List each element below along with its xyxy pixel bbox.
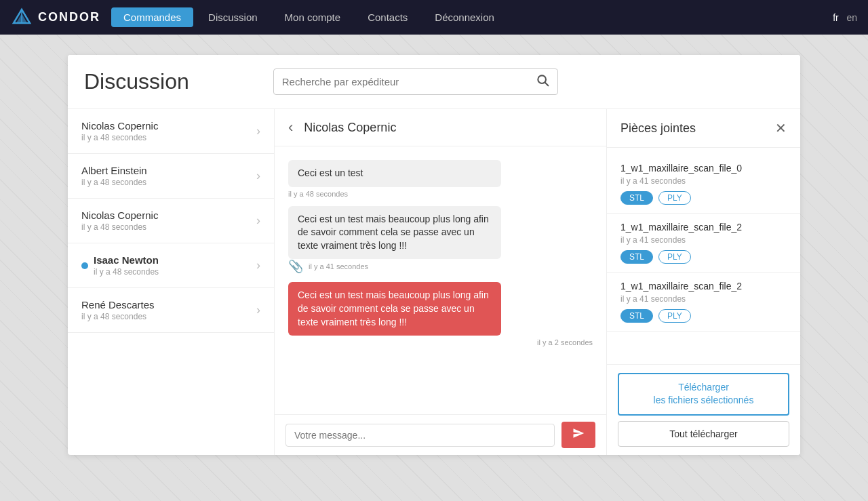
attachment-time-item-2: il y a 41 secondes: [620, 235, 787, 245]
message-1: Ceci est un test il y a 48 secondes: [288, 160, 593, 198]
attachment-btns-1: STL PLY: [620, 191, 787, 205]
send-icon: [572, 427, 585, 439]
contact-info-3: Nicolas Copernic il y a 48 secondes: [81, 209, 256, 232]
contact-time-4: il y a 48 secondes: [94, 267, 256, 277]
attachment-btns-2: STL PLY: [620, 250, 787, 264]
message-bubble-1: Ceci est un test: [288, 160, 501, 187]
message-attachment-2: 📎 il y a 41 secondes: [288, 259, 593, 274]
contact-name-5: René Descartes: [81, 299, 256, 310]
attachment-time-2: il y a 41 secondes: [309, 262, 368, 270]
discussion-header: Discussion: [68, 55, 800, 109]
ply-badge-1[interactable]: PLY: [658, 191, 691, 205]
discussion-container: Discussion Nicolas Copernic il y a: [68, 55, 800, 455]
nav-discussion[interactable]: Discussion: [196, 7, 270, 27]
message-time-3: il y a 2 secondes: [288, 338, 593, 346]
message-bubble-2: Ceci est un test mais beaucoup plus long…: [288, 206, 501, 260]
message-time-1: il y a 48 secondes: [288, 190, 593, 198]
language-switcher: fr en: [833, 12, 857, 23]
chat-footer: [275, 414, 606, 455]
attachments-header: Pièces jointes ✕: [607, 109, 800, 148]
message-bubble-3: Ceci est un test mais beaucoup plus long…: [288, 282, 501, 336]
svg-line-4: [545, 83, 548, 86]
chat-panel: ‹ Nicolas Copernic Ceci est un test il y…: [275, 109, 607, 455]
discussion-body: Nicolas Copernic il y a 48 secondes › Al…: [68, 109, 800, 455]
contact-time-5: il y a 48 secondes: [81, 312, 256, 321]
attachment-name-1: 1_w1_maxillaire_scan_file_0: [620, 163, 787, 174]
attachment-btns-3: STL PLY: [620, 309, 787, 323]
search-input[interactable]: [282, 76, 536, 87]
nav-contacts[interactable]: Contacts: [355, 7, 420, 27]
chat-contact-name: Nicolas Copernic: [304, 121, 396, 135]
paperclip-icon: 📎: [288, 259, 303, 274]
contact-name-1: Nicolas Copernic: [81, 120, 256, 132]
brand-name: CONDOR: [38, 10, 100, 24]
ply-badge-2[interactable]: PLY: [658, 250, 691, 264]
chat-header: ‹ Nicolas Copernic: [275, 109, 606, 146]
nav-commandes[interactable]: Commandes: [111, 7, 193, 27]
attachment-item-3: 1_w1_maxillaire_scan_file_2 il y a 41 se…: [607, 273, 800, 332]
contact-info-1: Nicolas Copernic il y a 48 secondes: [81, 120, 256, 142]
attachments-close-button[interactable]: ✕: [775, 120, 787, 136]
attachment-name-3: 1_w1_maxillaire_scan_file_2: [620, 281, 787, 292]
chevron-right-icon-3: ›: [256, 214, 260, 228]
attachment-time-item-1: il y a 41 secondes: [620, 176, 787, 186]
attachments-title: Pièces jointes: [620, 121, 696, 136]
contact-item-1[interactable]: Nicolas Copernic il y a 48 secondes ›: [68, 109, 274, 154]
search-icon: [536, 73, 549, 87]
lang-fr[interactable]: fr: [833, 12, 839, 23]
stl-badge-3[interactable]: STL: [620, 309, 653, 323]
contact-list: Nicolas Copernic il y a 48 secondes › Al…: [68, 109, 275, 455]
chevron-right-icon-5: ›: [256, 303, 260, 317]
condor-logo-icon: [11, 7, 33, 28]
contact-name-2: Albert Einstein: [81, 165, 256, 176]
contact-item-3[interactable]: Nicolas Copernic il y a 48 secondes ›: [68, 199, 274, 243]
chat-messages: Ceci est un test il y a 48 secondes Ceci…: [275, 146, 606, 414]
contact-item-5[interactable]: René Descartes il y a 48 secondes ›: [68, 288, 274, 333]
ply-badge-3[interactable]: PLY: [658, 309, 691, 323]
page-title: Discussion: [84, 69, 189, 94]
download-all-button[interactable]: Tout télécharger: [618, 421, 789, 447]
contact-name-3: Nicolas Copernic: [81, 209, 256, 221]
chevron-right-icon-4: ›: [256, 258, 260, 273]
stl-badge-2[interactable]: STL: [620, 250, 653, 264]
message-2: Ceci est un test mais beaucoup plus long…: [288, 206, 593, 275]
download-selected-button[interactable]: Télécharger les fichiers sélectionnés: [618, 373, 789, 416]
nav-deconnexion[interactable]: Déconnexion: [422, 7, 507, 27]
contact-time-2: il y a 48 secondes: [81, 178, 256, 187]
contact-item-4[interactable]: Isaac Newton il y a 48 secondes ›: [68, 243, 274, 288]
chat-back-button[interactable]: ‹: [288, 119, 293, 136]
attachment-item-2: 1_w1_maxillaire_scan_file_2 il y a 41 se…: [607, 214, 800, 273]
attachment-item-1: 1_w1_maxillaire_scan_file_0 il y a 41 se…: [607, 155, 800, 214]
message-3: Ceci est un test mais beaucoup plus long…: [288, 282, 593, 346]
attachments-panel: Pièces jointes ✕ 1_w1_maxillaire_scan_fi…: [607, 109, 800, 455]
contact-item-2[interactable]: Albert Einstein il y a 48 secondes ›: [68, 154, 274, 199]
navbar: CONDOR Commandes Discussion Mon compte C…: [0, 0, 868, 35]
attachments-list: 1_w1_maxillaire_scan_file_0 il y a 41 se…: [607, 148, 800, 364]
stl-badge-1[interactable]: STL: [620, 191, 653, 205]
brand: CONDOR: [11, 7, 100, 28]
attachment-time-item-3: il y a 41 secondes: [620, 294, 787, 304]
search-box: [273, 68, 558, 95]
contact-time-1: il y a 48 secondes: [81, 133, 256, 142]
attachment-name-2: 1_w1_maxillaire_scan_file_2: [620, 222, 787, 233]
contact-info-5: René Descartes il y a 48 secondes: [81, 299, 256, 321]
contact-info-4: Isaac Newton il y a 48 secondes: [94, 254, 256, 277]
lang-en[interactable]: en: [846, 12, 857, 23]
contact-name-4: Isaac Newton: [94, 254, 256, 266]
unread-dot-4: [81, 262, 88, 269]
send-button[interactable]: [561, 422, 595, 448]
page-content: Discussion Nicolas Copernic il y a: [0, 35, 868, 501]
attachments-footer: Télécharger les fichiers sélectionnés To…: [607, 364, 800, 455]
nav-links: Commandes Discussion Mon compte Contacts…: [111, 7, 833, 27]
chevron-right-icon-1: ›: [256, 124, 260, 138]
chevron-right-icon-2: ›: [256, 169, 260, 183]
message-input[interactable]: [285, 424, 555, 447]
contact-time-3: il y a 48 secondes: [81, 222, 256, 232]
contact-info-2: Albert Einstein il y a 48 secondes: [81, 165, 256, 187]
nav-mon-compte[interactable]: Mon compte: [273, 7, 353, 27]
search-button[interactable]: [536, 73, 549, 90]
